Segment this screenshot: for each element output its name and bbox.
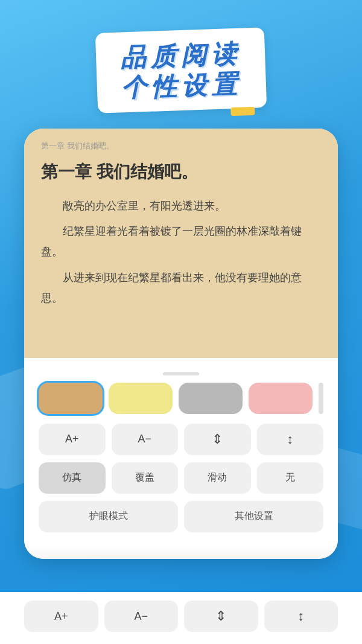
toolbar-paragraph-spacing-icon: ↕ <box>297 610 304 623</box>
drag-handle[interactable] <box>163 372 199 375</box>
phone-bottom-fade <box>24 547 338 559</box>
font-increase-label: A+ <box>65 433 79 445</box>
reading-area: 第一章 我们结婚吧。 第一章 我们结婚吧。 敞亮的办公室里，有阳光透进来。 纪繁… <box>24 129 338 358</box>
mode-realistic-button[interactable]: 仿真 <box>39 462 106 494</box>
title-banner: 品质阅读 个性设置 <box>0 0 362 129</box>
toolbar-font-decrease-button[interactable]: A− <box>104 601 179 632</box>
font-controls-row: A+ A− ⇕ ↕ <box>36 424 326 455</box>
mode-none-button[interactable]: 无 <box>257 462 324 494</box>
title-line2: 个性设置 <box>121 69 243 104</box>
line-spacing-icon: ⇕ <box>212 433 223 446</box>
line-spacing-button[interactable]: ⇕ <box>184 424 251 455</box>
color-row <box>36 383 326 414</box>
eye-protection-label: 护眼模式 <box>89 510 128 523</box>
toolbar-font-decrease-label: A− <box>134 610 148 623</box>
color-swatch-yellow[interactable] <box>109 383 173 414</box>
font-increase-button[interactable]: A+ <box>39 424 106 455</box>
chapter-label: 第一章 我们结婚吧。 <box>41 141 321 151</box>
bottom-toolbar: A+ A− ⇕ ↕ <box>0 592 362 644</box>
paragraph-1: 敞亮的办公室里，有阳光透进来。 <box>41 196 321 216</box>
mode-slide-button[interactable]: 滑动 <box>184 462 251 494</box>
color-swatch-tan[interactable] <box>39 383 103 414</box>
toolbar-font-increase-button[interactable]: A+ <box>24 601 98 632</box>
paragraph-spacing-icon: ↕ <box>287 433 293 446</box>
paragraph-3: 从进来到现在纪繁星都看出来，他没有要理她的意思。 <box>41 267 321 308</box>
phone-card: 第一章 我们结婚吧。 第一章 我们结婚吧。 敞亮的办公室里，有阳光透进来。 纪繁… <box>24 129 338 559</box>
eye-protection-button[interactable]: 护眼模式 <box>39 501 178 532</box>
mode-cover-label: 覆盖 <box>135 471 154 484</box>
mode-row: 仿真 覆盖 滑动 无 <box>36 462 326 494</box>
toolbar-line-spacing-button[interactable]: ⇕ <box>184 601 258 632</box>
bottom-btns-row: 护眼模式 其他设置 <box>36 501 326 532</box>
reading-content: 敞亮的办公室里，有阳光透进来。 纪繁星迎着光看着被镀了一层光圈的林准深敲着键盘。… <box>41 196 321 308</box>
other-settings-label: 其他设置 <box>235 510 273 523</box>
color-swatch-gray[interactable] <box>179 383 243 414</box>
paragraph-spacing-button[interactable]: ↕ <box>257 424 324 455</box>
chapter-title: 第一章 我们结婚吧。 <box>41 160 321 183</box>
mode-slide-label: 滑动 <box>208 471 227 484</box>
mode-cover-button[interactable]: 覆盖 <box>112 462 179 494</box>
mode-none-label: 无 <box>285 471 295 484</box>
mode-realistic-label: 仿真 <box>62 471 81 484</box>
toolbar-line-spacing-icon: ⇕ <box>215 610 226 623</box>
title-box: 品质阅读 个性设置 <box>95 27 267 113</box>
toolbar-font-increase-label: A+ <box>54 610 68 623</box>
title-line1: 品质阅读 <box>119 39 241 74</box>
font-decrease-label: A− <box>138 433 151 445</box>
color-swatch-pink[interactable] <box>249 383 313 414</box>
paragraph-2: 纪繁星迎着光看着被镀了一层光圈的林准深敲着键盘。 <box>41 221 321 262</box>
toolbar-paragraph-spacing-button[interactable]: ↕ <box>264 601 338 632</box>
font-decrease-button[interactable]: A− <box>112 424 179 455</box>
color-scroll-indicator <box>319 383 323 414</box>
other-settings-button[interactable]: 其他设置 <box>184 501 323 532</box>
settings-panel: A+ A− ⇕ ↕ 仿真 覆盖 滑动 无 <box>24 358 338 547</box>
